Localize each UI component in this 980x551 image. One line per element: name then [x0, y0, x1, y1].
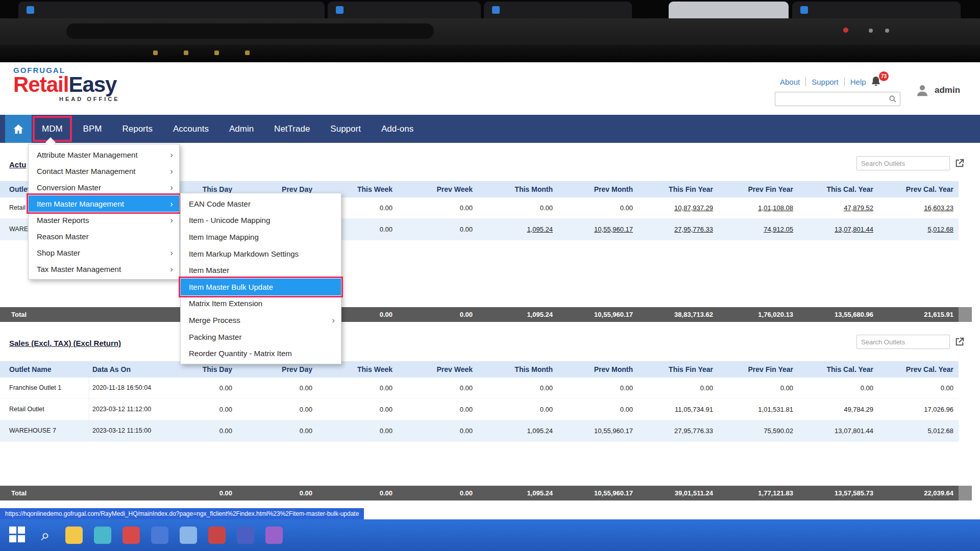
link-help[interactable]: Help: [844, 78, 866, 86]
menu-item-label: Shop Master: [37, 248, 80, 257]
submenu-item-matrix-item-extension[interactable]: Matrix Item Extension: [181, 295, 341, 312]
total-label: Total: [6, 307, 89, 322]
outlet-name: Franchise Outlet 1: [6, 378, 89, 398]
nav-item-bpm[interactable]: BPM: [73, 115, 112, 143]
nav-item-support[interactable]: Support: [320, 115, 371, 143]
chevron-right-icon: ›: [170, 216, 173, 224]
app-icon-indigo[interactable]: [237, 527, 254, 544]
url-field[interactable]: [66, 23, 434, 39]
total-value: 0.00: [237, 486, 317, 500]
value-link[interactable]: 74,912.05: [718, 219, 798, 240]
value-cell: 0.00: [237, 420, 317, 441]
header-search-input[interactable]: [775, 92, 900, 106]
value-link[interactable]: 13,07,801.44: [798, 219, 878, 240]
browser-bookmarks-bar: [0, 45, 980, 62]
submenu-item-item-master-bulk-update[interactable]: Item Master Bulk Update: [181, 279, 341, 295]
value-cell: 0.00: [398, 219, 478, 240]
value-link[interactable]: 1,095.24: [478, 219, 558, 240]
app-icon-purple[interactable]: [265, 527, 283, 544]
search-outlets-input[interactable]: [856, 335, 950, 349]
column-header-prev-cal-year: Prev Cal. Year: [878, 361, 959, 378]
open-in-new-icon[interactable]: [954, 158, 965, 169]
table-row: Retail Outlet2023-03-12 11:12:000.000.00…: [0, 399, 959, 420]
section2-search: [856, 335, 965, 349]
value-cell: 0.00: [478, 399, 558, 420]
menu-item-conversion-master[interactable]: Conversion Master›: [29, 179, 179, 195]
value-cell: 13,07,801.44: [798, 420, 878, 441]
value-link[interactable]: 10,55,960.17: [558, 219, 638, 240]
menu-item-label: Tax Master Management: [37, 265, 121, 273]
value-cell: 0.00: [157, 420, 237, 441]
nav-item-add-ons[interactable]: Add-ons: [371, 115, 424, 143]
total-value: 10,55,960.17: [558, 307, 638, 322]
search-icon[interactable]: [889, 95, 897, 103]
bookmark-icon: [153, 51, 158, 55]
column-header-prev-week: Prev Week: [398, 181, 478, 197]
section1-title: Actu: [9, 160, 26, 169]
browser-tabstrip: [0, 0, 980, 18]
link-about[interactable]: About: [780, 78, 800, 86]
link-support[interactable]: Support: [805, 78, 839, 86]
menu-item-attribute-master-management[interactable]: Attribute Master Management›: [29, 146, 179, 163]
value-link[interactable]: 1,01,108.08: [718, 197, 798, 218]
open-in-new-icon[interactable]: [954, 336, 965, 347]
column-header-prev-week: Prev Week: [398, 361, 478, 378]
file-explorer-icon[interactable]: [65, 527, 83, 544]
browser-tab[interactable]: [792, 2, 961, 18]
sales-excl-tax-table: Outlet NameData As OnThis DayPrev DayThi…: [0, 361, 959, 500]
menu-item-master-reports[interactable]: Master Reports›: [29, 212, 179, 228]
app-icon-blue[interactable]: [151, 527, 168, 544]
menu-item-shop-master[interactable]: Shop Master›: [29, 244, 179, 261]
menu-item-reason-master[interactable]: Reason Master: [29, 228, 179, 244]
value-link[interactable]: 16,603.23: [878, 197, 959, 218]
submenu-item-ean-code-master[interactable]: EAN Code Master: [181, 195, 341, 212]
value-link[interactable]: 27,95,776.33: [638, 219, 718, 240]
nav-item-nettrade[interactable]: NetTrade: [264, 115, 320, 143]
total-value: 13,55,680.96: [798, 307, 878, 322]
submenu-item-reorder-quantity-matrix-item[interactable]: Reorder Quantity - Matrix Item: [181, 345, 341, 362]
nav-item-admin[interactable]: Admin: [219, 115, 264, 143]
browser-tab[interactable]: [18, 2, 325, 18]
total-value: 0.00: [398, 307, 478, 322]
menu-item-item-master-management[interactable]: Item Master Management›: [29, 195, 179, 212]
browser-tab[interactable]: [328, 2, 481, 18]
app-icon-teal[interactable]: [94, 527, 111, 544]
submenu-item-item-master[interactable]: Item Master: [181, 262, 341, 279]
user-menu[interactable]: admin: [915, 83, 960, 98]
browser-tab-active[interactable]: [669, 2, 789, 18]
chevron-right-icon: ›: [170, 265, 173, 273]
app-icon-red[interactable]: [122, 527, 140, 544]
column-header-this-month: This Month: [478, 181, 558, 197]
menu-item-tax-master-management[interactable]: Tax Master Management›: [29, 261, 179, 277]
value-link[interactable]: 47,879.52: [798, 197, 878, 218]
start-button[interactable]: [8, 527, 26, 544]
header-links: AboutSupportHelp: [780, 78, 866, 86]
total-value: 1,095.24: [478, 307, 558, 322]
value-cell: 0.00: [317, 378, 398, 398]
home-button[interactable]: [5, 115, 32, 143]
extension-icon: [885, 29, 889, 33]
nav-items: MDMBPMReportsAccountsAdminNetTradeSuppor…: [32, 115, 424, 143]
value-link[interactable]: 10,87,937.29: [638, 197, 718, 218]
submenu-item-item-markup-markdown-settings[interactable]: Item Markup Markdown Settings: [181, 245, 341, 262]
total-value: 1,76,020.13: [718, 307, 798, 322]
home-icon: [12, 123, 24, 135]
app-icon-crimson[interactable]: [208, 527, 226, 544]
submenu-item-item-image-mapping[interactable]: Item Image Mapping: [181, 229, 341, 245]
menu-item-label: Conversion Master: [37, 183, 101, 192]
value-link[interactable]: 5,012.68: [878, 219, 959, 240]
nav-item-accounts[interactable]: Accounts: [163, 115, 219, 143]
submenu-item-merge-process[interactable]: Merge Process›: [181, 312, 341, 329]
submenu-item-item-unicode-mapping[interactable]: Item - Unicode Mapping: [181, 212, 341, 229]
chevron-right-icon: ›: [170, 183, 173, 192]
submenu-item-packing-master[interactable]: Packing Master: [181, 329, 341, 345]
browser-tab[interactable]: [484, 2, 632, 18]
app-icon-lightblue[interactable]: [180, 527, 197, 544]
menu-item-contact-master-management[interactable]: Contact Master Management›: [29, 163, 179, 179]
logo-head-office: HEAD OFFICE: [13, 96, 120, 102]
nav-item-reports[interactable]: Reports: [112, 115, 163, 143]
search-outlets-input[interactable]: [856, 156, 950, 170]
total-value: 0.00: [317, 486, 398, 500]
search-icon[interactable]: ⌕: [37, 527, 54, 544]
value-cell: 0.00: [398, 378, 478, 398]
